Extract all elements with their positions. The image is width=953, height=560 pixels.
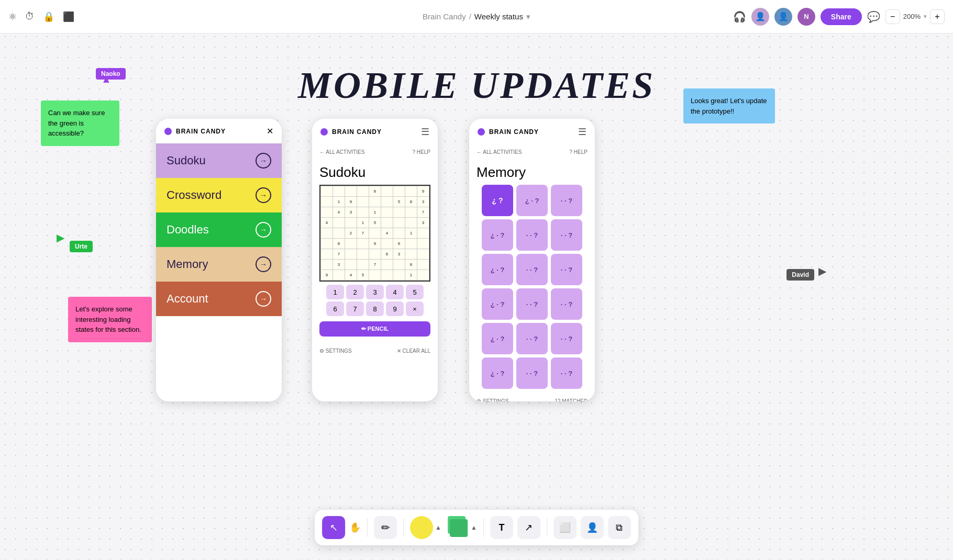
project-name[interactable]: Brain Candy <box>423 12 466 21</box>
phone2-nav: ← ALL ACTIVITIES ? HELP <box>312 145 438 159</box>
timer-icon[interactable]: ⏱ <box>25 11 35 22</box>
phone1-logo: BRAIN CANDY <box>164 128 226 135</box>
phone2-help[interactable]: ? HELP <box>413 149 430 155</box>
memory-card-16[interactable]: ¿ · ? <box>482 357 513 389</box>
memory-card-1[interactable]: ¿ ? <box>482 185 513 216</box>
zoom-level[interactable]: 200% <box>903 13 921 20</box>
menu-account-arrow: → <box>256 291 271 307</box>
phone2-footer: ⚙ SETTINGS ✕ CLEAR ALL <box>312 344 438 358</box>
numpad-4[interactable]: 4 <box>386 285 404 299</box>
phone1-close-icon[interactable]: ✕ <box>267 126 273 136</box>
zoom-out-button[interactable]: − <box>885 9 900 24</box>
memory-card-6[interactable]: · · ? <box>551 219 582 251</box>
toolbar-divider-1 <box>367 518 368 537</box>
sudoku-grid[interactable]: 89195834317415327418967633789451 <box>319 185 430 282</box>
cursor-tool-button[interactable]: ↖ <box>322 516 345 539</box>
memory-card-3[interactable]: · · ? <box>551 185 582 216</box>
zoom-in-button[interactable]: + <box>930 9 945 24</box>
menu-account-label: Account <box>167 292 208 306</box>
menu-item-account[interactable]: Account → <box>156 282 282 316</box>
sticky-note-blue[interactable]: Looks great! Let's update the prototype!… <box>683 88 775 124</box>
numpad-5[interactable]: 5 <box>406 285 424 299</box>
person-tool-button[interactable]: 👤 <box>581 516 604 539</box>
phone3-help[interactable]: ? HELP <box>570 149 588 155</box>
phone3-menu-icon[interactable]: ☰ <box>578 126 586 138</box>
avatar-user2[interactable]: 👤 <box>774 8 792 26</box>
memory-card-18[interactable]: · · ? <box>551 357 582 389</box>
layout-icon[interactable]: ⬛ <box>63 11 74 23</box>
memory-card-17[interactable]: · · ? <box>516 357 548 389</box>
pencil-button[interactable]: ✏ PENCIL <box>319 321 430 337</box>
menu-memory-arrow: → <box>256 256 271 272</box>
topbar: ⚛ ⏱ 🔒 ⬛ Brain Candy / Weekly status ▾ 🎧 … <box>0 0 953 33</box>
memory-card-8[interactable]: · · ? <box>516 254 548 285</box>
memory-card-14[interactable]: · · ? <box>516 323 548 354</box>
phone2-content: Sudoku 89195834317415327418967633789451 … <box>312 159 438 344</box>
avatar-user1[interactable]: 👤 <box>751 8 769 26</box>
sticky-note-pink[interactable]: Let's explore some interesting loading s… <box>68 297 152 342</box>
color-yellow[interactable] <box>410 516 433 539</box>
phone3-settings[interactable]: ⚙ SETTINGS <box>476 398 509 401</box>
avatar-user3[interactable]: N <box>797 8 815 26</box>
frame-tool-button[interactable]: ⬜ <box>553 516 577 539</box>
menu-memory-label: Memory <box>167 257 208 271</box>
menu-item-doodles[interactable]: Doodles → <box>156 212 282 247</box>
menu-item-sudoku[interactable]: Sudoku → <box>156 143 282 178</box>
sticky-blue-text: Looks great! Let's update the prototype!… <box>691 97 767 115</box>
chat-icon[interactable]: 💬 <box>867 10 880 23</box>
cursor-label-naoko: Naoko <box>96 68 126 80</box>
memory-card-4[interactable]: ¿ · ? <box>482 219 513 251</box>
numpad-6[interactable]: 6 <box>326 301 344 316</box>
layers-tool-button[interactable]: ⧉ <box>608 516 631 539</box>
color-green-stack[interactable] <box>446 516 469 539</box>
headphone-icon[interactable]: 🎧 <box>733 10 746 23</box>
phone3-brand: BRAIN CANDY <box>489 128 539 136</box>
numpad-8[interactable]: 8 <box>366 301 384 316</box>
memory-card-11[interactable]: · · ? <box>516 288 548 320</box>
phone2-menu-icon[interactable]: ☰ <box>421 126 429 138</box>
lock-icon[interactable]: 🔒 <box>43 11 54 23</box>
phone-frame-sudoku: BRAIN CANDY ☰ ← ALL ACTIVITIES ? HELP Su… <box>312 119 438 401</box>
phone3-matched: 12 MATCHED <box>555 398 588 401</box>
pencil-tool-button[interactable]: ✏ <box>374 516 397 539</box>
toolbar-divider-4 <box>547 518 547 537</box>
numpad-1[interactable]: 1 <box>326 285 344 299</box>
canvas: MOBILE UPDATES ▲ Naoko ▶ Urte ▶ David Ca… <box>0 33 953 560</box>
app-logo-icon[interactable]: ⚛ <box>8 11 17 23</box>
numpad-7[interactable]: 7 <box>346 301 364 316</box>
memory-card-9[interactable]: · · ? <box>551 254 582 285</box>
memory-card-12[interactable]: · · ? <box>551 288 582 320</box>
sticky-note-green[interactable]: Can we make sure the green is accessible… <box>41 100 119 146</box>
phone3-back[interactable]: ← ALL ACTIVITIES <box>476 149 522 155</box>
memory-card-7[interactable]: ¿ · ? <box>482 254 513 285</box>
share-button[interactable]: Share <box>821 8 862 25</box>
connector-tool-button[interactable]: ↗ <box>517 516 540 539</box>
numpad-x[interactable]: × <box>406 301 424 316</box>
topbar-right: 🎧 👤 👤 N Share 💬 − 200% ▾ + <box>733 8 945 26</box>
color-swatches: ▲ <box>410 516 441 539</box>
menu-doodles-label: Doodles <box>167 223 209 237</box>
bottom-toolbar: ↖ ✋ ✏ ▲ ▲ T ↗ ⬜ 👤 ⧉ <box>315 510 638 545</box>
phone2-back[interactable]: ← ALL ACTIVITIES <box>319 149 364 155</box>
menu-crossword-label: Crossword <box>167 188 221 202</box>
memory-card-10[interactable]: ¿ · ? <box>482 288 513 320</box>
menu-item-memory[interactable]: Memory → <box>156 247 282 282</box>
memory-card-5[interactable]: · · ? <box>516 219 548 251</box>
chevron-green[interactable]: ▲ <box>471 524 477 531</box>
numpad-3[interactable]: 3 <box>366 285 384 299</box>
phone2-clear[interactable]: ✕ CLEAR ALL <box>397 348 430 354</box>
memory-card-15[interactable]: · · ? <box>551 323 582 354</box>
text-tool-button[interactable]: T <box>490 516 513 539</box>
memory-card-2[interactable]: ¿ · ? <box>516 185 548 216</box>
cursor-label-urte: Urte <box>70 241 93 252</box>
numpad-2[interactable]: 2 <box>346 285 364 299</box>
chevron-yellow[interactable]: ▲ <box>435 524 441 531</box>
phone2-settings[interactable]: ⚙ SETTINGS <box>319 348 352 354</box>
main-title: MOBILE UPDATES <box>298 64 655 107</box>
menu-item-crossword[interactable]: Crossword → <box>156 178 282 212</box>
numpad-9[interactable]: 9 <box>386 301 404 316</box>
memory-card-13[interactable]: ¿ · ? <box>482 323 513 354</box>
phone2-brand: BRAIN CANDY <box>332 128 382 136</box>
page-name[interactable]: Weekly status <box>474 12 523 21</box>
color-stack: ▲ <box>446 516 477 539</box>
